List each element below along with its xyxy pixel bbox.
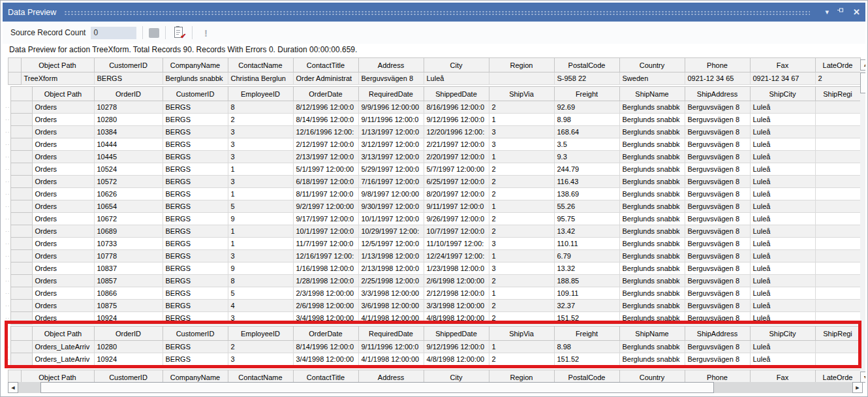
cell[interactable]: 8.98 — [554, 114, 619, 126]
cell[interactable]: Luleå — [750, 250, 815, 262]
titlebar-grip-texture[interactable] — [64, 10, 809, 16]
cell[interactable]: 188.85 — [554, 275, 619, 287]
cell[interactable] — [815, 262, 860, 275]
cell[interactable]: 2 — [489, 312, 554, 325]
cell[interactable]: 10384 — [94, 126, 163, 138]
cell[interactable]: Berglunds snabbk — [619, 341, 685, 353]
cell[interactable]: Berguvsvägen 8 — [685, 353, 750, 366]
column-header[interactable]: Freight — [554, 87, 619, 101]
cell[interactable]: 10/1/1997 12:00:0 — [358, 213, 424, 225]
cell[interactable]: Orders — [32, 138, 94, 151]
cell[interactable]: 3 — [228, 138, 293, 151]
column-header[interactable]: CustomerID — [94, 370, 163, 384]
column-header[interactable]: PostalCode — [554, 58, 619, 72]
cell[interactable]: 3 — [228, 312, 293, 325]
stop-icon[interactable] — [149, 28, 159, 38]
cell[interactable]: Berglunds snabbk — [619, 200, 685, 213]
column-header[interactable]: ShipAddress — [685, 326, 750, 341]
cell[interactable]: 10778 — [94, 250, 163, 262]
cell[interactable]: 7/16/1997 12:00:0 — [358, 176, 424, 188]
cell[interactable]: Luleå — [750, 287, 815, 300]
cell[interactable]: Berglunds snabbk — [619, 101, 685, 114]
row-header[interactable] — [10, 163, 32, 176]
cell[interactable]: Luleå — [750, 200, 815, 213]
column-header[interactable]: CompanyName — [163, 370, 228, 384]
cell[interactable]: 10572 — [94, 176, 163, 188]
cell[interactable]: 244.79 — [554, 163, 619, 176]
cell[interactable]: 1 — [228, 188, 293, 200]
cell[interactable]: 8/11/1997 12:00:0 — [293, 188, 358, 200]
cell[interactable]: 2 — [228, 341, 293, 353]
cell[interactable]: 3 — [228, 353, 293, 366]
cell[interactable]: Berguvsvägen 8 — [685, 101, 750, 114]
cell[interactable]: Orders_LateArriv — [32, 353, 94, 366]
cell[interactable]: 2/25/1998 12:00:0 — [358, 275, 424, 287]
cell[interactable]: 3 — [228, 126, 293, 138]
cell[interactable]: Berglunds snabbk — [619, 312, 685, 325]
cell[interactable]: Luleå — [750, 300, 815, 312]
column-header[interactable]: Object Path — [21, 370, 94, 384]
vertical-scrollbar-thumb[interactable] — [860, 72, 865, 93]
cell[interactable]: 9/17/1997 12:00:0 — [293, 213, 358, 225]
cell[interactable]: Berglunds snabbk — [619, 300, 685, 312]
column-header[interactable]: ShipName — [619, 326, 685, 341]
cell[interactable]: Berglunds snabbk — [619, 250, 685, 262]
cell[interactable]: Berglunds snabbk — [163, 72, 228, 85]
row-header[interactable] — [10, 312, 32, 325]
cell[interactable]: Luleå — [750, 341, 815, 353]
column-header[interactable]: EmployeeID — [228, 326, 293, 341]
column-header[interactable]: City — [424, 58, 489, 72]
cell[interactable]: 5 — [228, 287, 293, 300]
cell[interactable]: 11/7/1997 12:00:0 — [293, 238, 358, 250]
cell[interactable] — [815, 151, 860, 163]
cell[interactable]: 1 — [489, 250, 554, 262]
cell[interactable]: BERGS — [163, 300, 228, 312]
cell[interactable]: 2/12/1997 12:00:0 — [293, 138, 358, 151]
column-header[interactable]: Region — [489, 370, 554, 384]
row-header[interactable] — [10, 176, 32, 188]
cell[interactable]: 1 — [489, 287, 554, 300]
cell[interactable]: 12/5/1997 12:00:0 — [358, 238, 424, 250]
cell[interactable]: 8.98 — [554, 341, 619, 353]
cell[interactable]: Berguvsvägen 8 — [685, 176, 750, 188]
row-header[interactable] — [10, 353, 32, 366]
cell[interactable]: 1 — [489, 151, 554, 163]
cell[interactable]: BERGS — [163, 101, 228, 114]
cell[interactable] — [815, 275, 860, 287]
column-header[interactable]: Phone — [685, 58, 750, 72]
row-header[interactable] — [8, 72, 21, 85]
cell[interactable]: Berglunds snabbk — [619, 275, 685, 287]
column-header[interactable]: RequiredDate — [358, 326, 424, 341]
cell[interactable]: 12/16/1996 12:00: — [293, 126, 358, 138]
cell[interactable]: BERGS — [163, 188, 228, 200]
row-header[interactable] — [10, 126, 32, 138]
row-header[interactable] — [10, 114, 32, 126]
cell[interactable]: 0921-12 34 65 — [685, 72, 750, 85]
cell[interactable] — [815, 126, 860, 138]
cell[interactable] — [815, 238, 860, 250]
cell[interactable]: BERGS — [163, 262, 228, 275]
column-header[interactable]: EmployeeID — [228, 87, 293, 101]
cell[interactable]: 2/12/1998 12:00:0 — [424, 287, 489, 300]
cell[interactable]: Luleå — [750, 262, 815, 275]
cell[interactable]: BERGS — [163, 126, 228, 138]
cell[interactable]: 10689 — [94, 225, 163, 238]
cell[interactable]: Berguvsvägen 8 — [685, 312, 750, 325]
cell[interactable]: 9/2/1997 12:00:00 — [293, 200, 358, 213]
cell[interactable]: 2/13/1997 12:00:0 — [293, 151, 358, 163]
column-header[interactable]: Country — [619, 370, 685, 384]
cell[interactable]: 10837 — [94, 262, 163, 275]
row-header[interactable] — [10, 238, 32, 250]
cell[interactable]: 2 — [489, 188, 554, 200]
cell[interactable]: 110.11 — [554, 238, 619, 250]
cell[interactable]: Berguvsvägen 8 — [685, 188, 750, 200]
column-header[interactable]: ContactName — [228, 58, 293, 72]
cell[interactable]: Berglunds snabbk — [619, 238, 685, 250]
cell[interactable]: 5/29/1997 12:00:0 — [358, 163, 424, 176]
cell[interactable]: Berglunds snabbk — [619, 213, 685, 225]
cell[interactable]: 2 — [228, 114, 293, 126]
cell[interactable] — [815, 353, 860, 366]
window-position-icon[interactable]: ▾ — [826, 3, 829, 22]
cell[interactable]: 1/13/1997 12:00:0 — [358, 126, 424, 138]
cell[interactable]: 10280 — [94, 341, 163, 353]
